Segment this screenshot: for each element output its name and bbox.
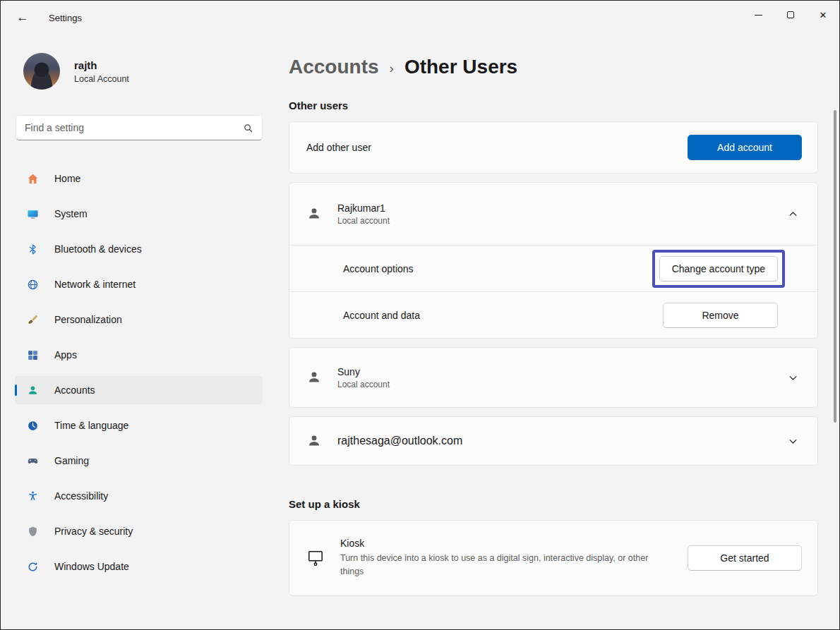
- sidebar-item-label: Apps: [54, 349, 77, 361]
- avatar: [23, 53, 60, 90]
- sidebar-item-label: Home: [54, 173, 80, 184]
- sidebar-nav: Home System Bluetooth & devices: [1, 164, 276, 588]
- change-account-type-button[interactable]: Change account type: [659, 256, 778, 281]
- account-row-suny[interactable]: Suny Local account: [289, 347, 818, 408]
- search-input[interactable]: [25, 122, 236, 133]
- account-options-row: Account options Change account type: [289, 245, 817, 291]
- back-button[interactable]: ←: [11, 6, 35, 30]
- breadcrumb-separator-icon: ›: [390, 58, 394, 76]
- sidebar-item-label: System: [54, 208, 88, 219]
- minimize-icon: [755, 15, 762, 16]
- back-icon: ←: [17, 11, 29, 25]
- search-icon: [243, 123, 253, 133]
- sidebar-item-network[interactable]: Network & internet: [15, 270, 263, 298]
- account-name: Suny: [337, 366, 390, 377]
- accounts-icon: [27, 384, 39, 396]
- sidebar-item-personalization[interactable]: Personalization: [15, 305, 263, 334]
- kiosk-title: Kiosk: [340, 538, 672, 549]
- sidebar-item-label: Accounts: [54, 384, 95, 396]
- account-name: Rajkumar1: [337, 202, 390, 214]
- bluetooth-icon: [27, 243, 39, 255]
- sidebar-item-windows-update[interactable]: Windows Update: [15, 552, 263, 581]
- user-account-type: Local Account: [74, 74, 129, 84]
- account-and-data-row: Account and data Remove: [289, 291, 817, 338]
- time-language-icon: [27, 420, 39, 432]
- chevron-down-icon[interactable]: [784, 372, 802, 383]
- add-account-button[interactable]: Add account: [688, 135, 802, 160]
- add-other-user-row: Add other user Add account: [289, 121, 818, 174]
- search-box[interactable]: [16, 115, 263, 140]
- remove-button[interactable]: Remove: [663, 303, 778, 328]
- breadcrumb: Accounts › Other Users: [289, 56, 818, 78]
- close-icon: ✕: [820, 10, 827, 20]
- sidebar-item-label: Windows Update: [54, 561, 129, 572]
- personalization-icon: [27, 314, 39, 326]
- kiosk-description: Turn this device into a kiosk to use as …: [340, 552, 672, 579]
- sidebar-item-label: Personalization: [54, 314, 122, 325]
- chevron-up-icon[interactable]: [784, 209, 802, 219]
- close-button[interactable]: ✕: [807, 1, 839, 29]
- network-icon: [27, 279, 39, 291]
- maximize-button[interactable]: [774, 1, 807, 29]
- sidebar-item-gaming[interactable]: Gaming: [15, 447, 263, 475]
- home-icon: [27, 173, 39, 185]
- breadcrumb-accounts[interactable]: Accounts: [289, 56, 379, 78]
- sidebar-item-label: Time & language: [54, 420, 128, 431]
- sidebar-item-accounts[interactable]: Accounts: [15, 376, 263, 404]
- windows-update-icon: [27, 561, 39, 573]
- account-options-label: Account options: [343, 263, 414, 274]
- account-and-data-label: Account and data: [343, 310, 420, 321]
- window-title: Settings: [49, 13, 82, 23]
- sidebar-item-label: Gaming: [54, 455, 89, 466]
- scrollbar[interactable]: [834, 110, 836, 423]
- apps-icon: [27, 349, 39, 361]
- settings-window: ← Settings ✕ rajth Local Account: [0, 0, 840, 630]
- account-subtitle: Local account: [337, 380, 390, 389]
- add-other-user-label: Add other user: [306, 142, 371, 153]
- kiosk-row: Kiosk Turn this device into a kiosk to u…: [289, 520, 818, 596]
- sidebar-item-bluetooth[interactable]: Bluetooth & devices: [15, 235, 263, 263]
- sidebar-item-apps[interactable]: Apps: [15, 341, 263, 369]
- kiosk-heading: Set up a kiosk: [289, 498, 818, 510]
- kiosk-icon: [306, 549, 325, 567]
- sidebar-item-label: Privacy & security: [54, 526, 133, 537]
- maximize-icon: [787, 11, 794, 18]
- sidebar-item-label: Bluetooth & devices: [54, 243, 142, 255]
- sidebar-item-label: Network & internet: [54, 279, 136, 290]
- account-row-outlook[interactable]: rajthesaga@outlook.com: [289, 416, 818, 466]
- account-name: rajthesaga@outlook.com: [337, 435, 462, 447]
- chevron-down-icon[interactable]: [784, 436, 802, 447]
- user-name: rajth: [74, 59, 129, 72]
- gaming-icon: [27, 455, 39, 467]
- titlebar: ← Settings ✕: [1, 1, 839, 35]
- minimize-button[interactable]: [742, 1, 774, 29]
- account-expander-rajkumar1: Rajkumar1 Local account Account options …: [289, 182, 818, 339]
- sidebar-item-system[interactable]: System: [15, 200, 263, 228]
- system-icon: [27, 208, 39, 220]
- privacy-icon: [27, 526, 39, 538]
- sidebar: rajth Local Account Home: [1, 35, 276, 629]
- sidebar-item-accessibility[interactable]: Accessibility: [15, 482, 263, 510]
- sidebar-item-time-language[interactable]: Time & language: [15, 411, 263, 440]
- page-title: Other Users: [404, 56, 517, 78]
- user-icon: [306, 370, 322, 385]
- account-header-rajkumar1[interactable]: Rajkumar1 Local account: [289, 183, 817, 245]
- user-profile[interactable]: rajth Local Account: [23, 53, 276, 90]
- accessibility-icon: [27, 490, 39, 502]
- sidebar-item-label: Accessibility: [54, 490, 108, 502]
- account-subtitle: Local account: [337, 216, 390, 226]
- get-started-button[interactable]: Get started: [688, 545, 802, 571]
- other-users-heading: Other users: [289, 99, 818, 111]
- main-content: Accounts › Other Users Other users Add o…: [276, 35, 839, 629]
- sidebar-item-privacy-security[interactable]: Privacy & security: [15, 517, 263, 545]
- user-icon: [306, 433, 322, 449]
- sidebar-item-home[interactable]: Home: [15, 164, 263, 193]
- user-icon: [306, 206, 322, 222]
